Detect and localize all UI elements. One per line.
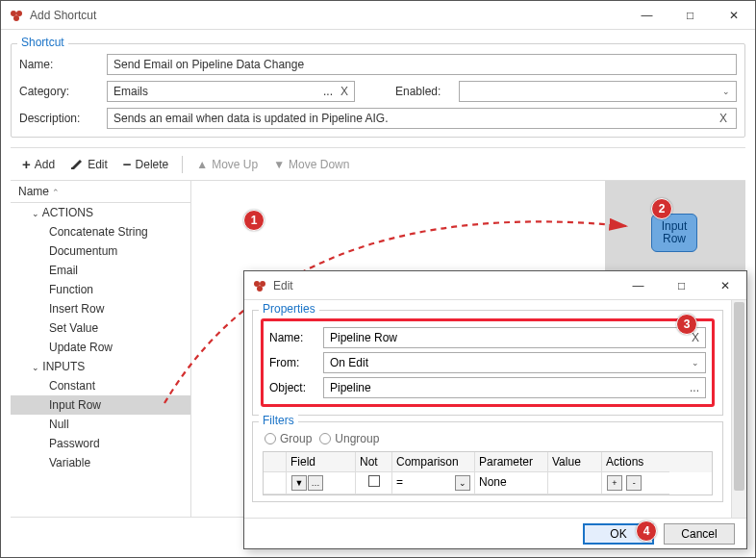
toolbar-separator [182,156,183,173]
browse-icon[interactable]: ... [690,381,699,394]
add-filter-button[interactable]: + [607,475,622,491]
tree-item[interactable]: Null [11,415,190,434]
group-button[interactable]: Group [265,432,312,445]
name-input[interactable]: Send Email on Pipeline Data Change [107,54,737,75]
chevron-down-icon: ⌄ [32,363,39,372]
shortcut-legend: Shortcut [17,36,68,49]
svg-point-0 [11,11,16,16]
delete-button[interactable]: −Delete [117,153,174,175]
chevron-down-icon: ⌄ [692,358,699,368]
category-browse-icon[interactable]: ... [323,85,333,98]
tree-item[interactable]: Password [11,434,190,453]
tree-item[interactable]: Update Row [11,338,190,357]
tree-item[interactable]: Email [11,261,190,280]
triangle-up-icon: ▲ [196,158,208,171]
browse-icon[interactable]: … [308,475,323,491]
category-value: Emails [113,85,148,98]
svg-point-5 [260,281,265,287]
dialog-maximize-button[interactable]: □ [660,271,703,300]
prop-name-input[interactable]: Pipeline RowX [323,327,706,348]
name-value: Send Email on Pipeline Data Change [113,58,304,71]
tree-item-selected[interactable]: Input Row [11,395,190,415]
prop-object-input[interactable]: Pipeline... [323,377,706,398]
th-blank [264,452,287,472]
window-title: Add Shortcut [30,9,625,22]
filters-legend: Filters [259,414,298,427]
not-cell[interactable] [356,472,392,495]
filter-row: ▼… =⌄ None + - [264,472,712,495]
comparison-cell[interactable]: =⌄ [392,472,475,495]
scroll-thumb[interactable] [734,302,744,491]
movedown-button[interactable]: ▼Move Down [267,155,355,174]
tree-item[interactable]: Constant [11,376,190,395]
cancel-button[interactable]: Cancel [664,523,735,545]
prop-object-label: Object: [269,381,323,394]
maximize-button[interactable]: □ [668,1,712,30]
description-clear-icon[interactable]: X [717,112,730,125]
tree-item[interactable]: Function [11,280,190,299]
properties-legend: Properties [259,302,319,316]
dialog-minimize-button[interactable]: — [617,271,660,300]
checkbox-icon[interactable] [368,475,380,487]
triangle-down-icon: ▼ [273,158,285,171]
dropdown-icon[interactable]: ▼ [291,475,307,491]
properties-fieldset: Properties Name:Pipeline RowX From:On Ed… [252,310,723,416]
tree-item[interactable]: Variable [11,453,190,472]
prop-from-select[interactable]: On Edit⌄ [323,352,706,373]
tree-header[interactable]: Name ⌃ [11,181,190,203]
node-input-row[interactable]: Input Row [651,214,697,252]
app-icon [252,278,267,293]
tree-group-inputs[interactable]: ⌄ INPUTS [11,357,190,376]
actions-cell: + - [602,472,669,495]
minimize-button[interactable]: — [625,1,668,30]
category-clear-icon[interactable]: X [340,85,348,98]
value-cell[interactable] [548,472,602,495]
chevron-down-icon: ⌄ [722,87,730,96]
close-button[interactable]: ✕ [712,1,755,30]
chevron-down-icon: ⌄ [32,209,39,218]
parameter-cell[interactable]: None [475,472,548,495]
remove-filter-button[interactable]: - [626,475,642,491]
th-actions: Actions [602,452,669,472]
description-label: Description: [19,112,101,125]
shortcut-fieldset: Shortcut Name: Send Email on Pipeline Da… [11,43,745,138]
dialog-scrollbar[interactable] [731,300,746,518]
dropdown-icon[interactable]: ⌄ [455,475,470,491]
tree-item[interactable]: Documentum [11,241,190,261]
dialog-close-button[interactable]: ✕ [703,271,746,300]
edit-button[interactable]: Edit [64,153,113,175]
step-badge-2: 2 [651,198,672,219]
step-badge-4: 4 [636,520,657,542]
tree-item[interactable]: Insert Row [11,299,190,318]
sort-asc-icon: ⌃ [52,188,60,197]
th-field: Field [287,452,356,472]
filters-fieldset: Filters Group Ungroup Field Not Comparis… [252,421,723,502]
step-badge-1: 1 [243,210,265,231]
field-cell[interactable]: ▼… [287,472,356,495]
dialog-title: Edit [273,279,617,292]
tree-item[interactable]: Concatenate String [11,222,190,241]
description-input[interactable]: Sends an email when data is updated in P… [107,108,737,129]
enabled-select[interactable]: ⌄ [459,81,737,102]
tree-group-actions[interactable]: ⌄ ACTIONS [11,203,190,222]
moveup-button[interactable]: ▲Move Up [190,155,264,174]
th-not: Not [356,452,392,472]
category-label: Category: [19,85,101,98]
filters-table: Field Not Comparison Parameter Value Act… [263,451,713,495]
minus-icon: − [123,156,132,172]
th-comparison: Comparison [392,452,475,472]
tree-panel: Name ⌃ ⌄ ACTIONS Concatenate String Docu… [11,181,191,517]
svg-point-2 [13,15,19,21]
svg-rect-3 [71,167,74,169]
prop-from-label: From: [269,356,323,369]
add-button[interactable]: +Add [16,153,61,175]
tree-item[interactable]: Set Value [11,318,190,338]
svg-point-1 [16,11,22,16]
step-badge-3: 3 [676,314,697,335]
category-input[interactable]: Emails ...X [107,81,355,102]
link-icon [265,433,276,444]
ungroup-button[interactable]: Ungroup [319,432,379,445]
svg-point-6 [257,286,263,292]
prop-name-label: Name: [269,331,323,344]
description-value: Sends an email when data is updated in P… [113,112,389,125]
